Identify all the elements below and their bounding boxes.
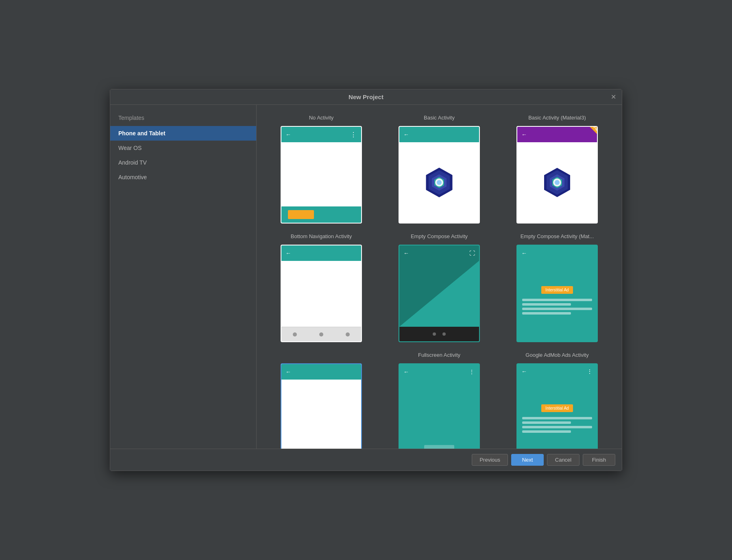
main-content: No Activity ← ⋮	[257, 105, 622, 449]
admob-body-compose-mat: Interstitial Ad	[517, 261, 597, 341]
template-label-bottom-nav: Bottom Navigation Activity	[291, 233, 352, 241]
template-label-google-admob: Google AdMob Ads Activity	[525, 352, 588, 360]
template-empty-compose[interactable]: Empty Compose Activity ← ⛶	[386, 233, 492, 342]
template-fullscreen[interactable]: Fullscreen Activity ← ⋮ —————	[386, 352, 492, 449]
arrow-icon: ←	[403, 131, 409, 138]
template-label-empty-compose: Empty Compose Activity	[411, 233, 468, 241]
template-preview-basic-activity-m3[interactable]: ←	[516, 126, 598, 224]
new-project-dialog: New Project ✕ Templates Phone and Tablet…	[110, 89, 622, 471]
arrow-icon: ←	[285, 131, 291, 138]
template-label-empty-compose-mat: Empty Compose Activity (Mat...	[521, 233, 594, 241]
arrow-icon: ←	[521, 250, 527, 256]
arrow-icon: ←	[403, 250, 409, 256]
compose-bottom	[399, 327, 479, 341]
dialog-titlebar: New Project ✕	[110, 89, 622, 105]
template-preview-no-activity[interactable]: ← ⋮	[281, 126, 362, 224]
template-basic-activity[interactable]: Basic Activity ←	[386, 115, 492, 224]
bottom-nav-bar	[281, 327, 361, 341]
template-bottom-nav[interactable]: Bottom Navigation Activity ←	[268, 233, 375, 342]
sidebar-item-phone-tablet[interactable]: Phone and Tablet	[110, 126, 256, 141]
dots-icon: ⋮	[350, 131, 357, 139]
finish-button[interactable]: Finish	[583, 454, 615, 466]
template-preview-empty-compose-mat[interactable]: ← Interstitial Ad	[516, 245, 598, 342]
arrow-icon: ←	[521, 131, 527, 138]
dots-icon: ⋮	[469, 369, 475, 375]
close-button[interactable]: ✕	[611, 94, 616, 100]
template-empty-compose-mat[interactable]: Empty Compose Activity (Mat... ← Interst…	[504, 233, 610, 342]
template-preview-empty-activity[interactable]: ← Empty Activity	[281, 363, 362, 449]
android-logo	[399, 142, 479, 223]
android-logo-m3	[517, 142, 597, 223]
admob-body: Interstitial Ad	[517, 379, 597, 449]
expand-icon: ⛶	[469, 250, 475, 256]
sidebar-item-automotive[interactable]: Automotive	[110, 170, 256, 184]
template-preview-bottom-nav[interactable]: ←	[281, 245, 362, 342]
template-preview-empty-compose[interactable]: ← ⛶	[399, 245, 480, 342]
interstitial-label: Interstitial Ad	[541, 286, 573, 294]
template-preview-fullscreen[interactable]: ← ⋮ —————	[399, 363, 480, 449]
sidebar: Templates Phone and Tablet Wear OS Andro…	[110, 105, 257, 449]
previous-button[interactable]: Previous	[472, 454, 508, 466]
sidebar-item-wear-os[interactable]: Wear OS	[110, 141, 256, 155]
arrow-icon: ←	[521, 368, 527, 375]
dots-icon: ⋮	[587, 368, 593, 375]
compose-body	[399, 261, 479, 327]
arrow-icon: ←	[285, 250, 291, 256]
template-preview-google-admob[interactable]: ← ⋮ Interstitial Ad	[516, 363, 598, 449]
next-button[interactable]: Next	[511, 454, 544, 466]
template-label-basic-activity: Basic Activity	[424, 115, 455, 123]
template-google-admob[interactable]: Google AdMob Ads Activity ← ⋮ Interstiti…	[504, 352, 610, 449]
template-no-activity[interactable]: No Activity ← ⋮	[268, 115, 375, 224]
dialog-body: Templates Phone and Tablet Wear OS Andro…	[110, 105, 622, 449]
dialog-title: New Project	[349, 93, 383, 100]
arrow-icon: ←	[403, 369, 409, 375]
preview-badge: PREVIEW	[573, 127, 597, 151]
preview-badge-text: PREVIEW	[582, 127, 597, 139]
svg-point-11	[555, 180, 560, 185]
sidebar-header: Templates	[110, 111, 256, 126]
template-label-no-activity: No Activity	[309, 115, 334, 123]
fullscreen-bar: —————	[424, 445, 454, 449]
interstitial-btn-text: Interstitial Ad	[541, 404, 573, 412]
template-empty-activity[interactable]: ← Empty Activity	[268, 352, 375, 449]
template-preview-basic-activity[interactable]: ←	[399, 126, 480, 224]
orange-bar	[288, 210, 314, 219]
template-label-fullscreen: Fullscreen Activity	[418, 352, 460, 360]
template-label-basic-activity-m3: Basic Activity (Material3)	[528, 115, 586, 123]
sidebar-item-android-tv[interactable]: Android TV	[110, 155, 256, 170]
dialog-footer: Previous Next Cancel Finish	[110, 449, 622, 471]
svg-point-5	[437, 180, 442, 185]
template-basic-activity-m3[interactable]: Basic Activity (Material3) ←	[504, 115, 610, 224]
cancel-button[interactable]: Cancel	[547, 454, 580, 466]
arrow-icon: ←	[285, 369, 291, 375]
templates-grid: No Activity ← ⋮	[268, 115, 610, 449]
